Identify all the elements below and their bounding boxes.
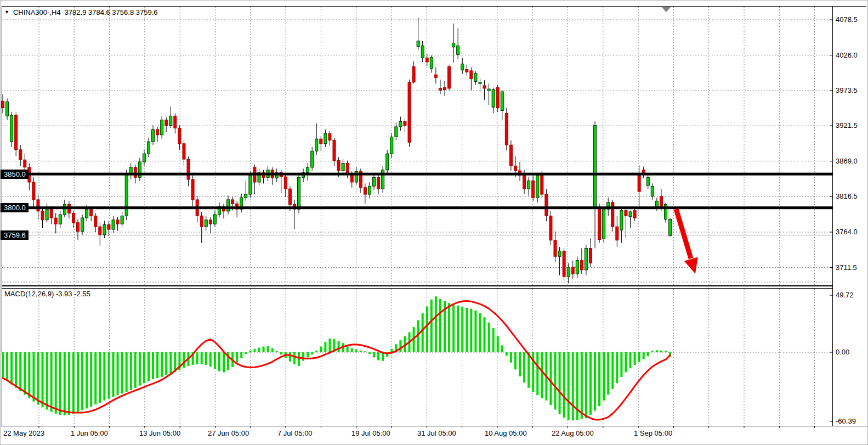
candle-body xyxy=(46,209,48,220)
candle-body xyxy=(320,139,322,144)
candle-body xyxy=(205,220,207,227)
candle-body xyxy=(134,167,137,177)
candle-body xyxy=(86,209,88,218)
candle-body xyxy=(90,209,93,216)
candle-body xyxy=(231,200,234,204)
candle-body xyxy=(77,223,80,232)
candle-body xyxy=(558,251,561,256)
pane-splitter[interactable] xyxy=(2,285,832,286)
candle-body xyxy=(24,160,26,167)
chart-canvas[interactable] xyxy=(1,1,868,445)
candle-body xyxy=(395,127,398,137)
candle-body xyxy=(457,46,459,54)
candle-body xyxy=(373,177,376,186)
candle-body xyxy=(466,69,468,72)
candle-body xyxy=(112,220,115,229)
trend-arrow-shaft[interactable] xyxy=(676,209,691,258)
candle-body xyxy=(452,43,455,47)
candle-body xyxy=(638,176,640,192)
candle-body xyxy=(165,120,168,126)
chart-top-border xyxy=(2,6,866,7)
candle-body xyxy=(116,220,119,224)
trend-arrow-head[interactable] xyxy=(684,257,698,274)
candle-body xyxy=(342,163,344,171)
candle-body xyxy=(37,200,39,211)
candle-body xyxy=(483,86,486,88)
candle-body xyxy=(408,82,411,143)
candle-body xyxy=(183,144,185,159)
candle-body xyxy=(121,216,123,224)
candle-body xyxy=(434,75,437,77)
candle-body xyxy=(603,209,605,239)
candle-body xyxy=(598,209,601,240)
candle-body xyxy=(200,216,203,227)
candle-body xyxy=(6,102,9,116)
candle-body xyxy=(152,129,155,142)
candle-body xyxy=(288,189,291,204)
candle-body xyxy=(567,267,570,277)
candle-body xyxy=(576,261,578,274)
candle-body xyxy=(589,249,592,263)
candle-body xyxy=(72,213,75,223)
candle-body xyxy=(298,177,300,209)
candle-body xyxy=(377,177,380,189)
candle-body xyxy=(426,58,428,62)
candle-body xyxy=(161,120,163,135)
candle-body xyxy=(536,176,539,198)
candle-body xyxy=(527,181,530,189)
candle-body xyxy=(337,161,340,171)
symbol-dropdown-icon[interactable]: ▼ xyxy=(4,9,9,16)
support-resistance-line[interactable] xyxy=(2,206,832,209)
candle-body xyxy=(15,115,18,150)
candle-body xyxy=(430,57,433,69)
candle-body xyxy=(399,121,402,127)
candle-body xyxy=(487,89,490,90)
candle-body xyxy=(545,194,548,216)
candle-body xyxy=(209,220,212,224)
trading-chart-window: ▼ CHINA300-,H4 3782.9 3784.6 3756.8 3759… xyxy=(0,0,868,445)
candle-body xyxy=(625,211,627,216)
candle-body xyxy=(178,128,181,143)
candle-body xyxy=(169,116,172,125)
candle-body xyxy=(594,126,597,208)
time-axis-border[interactable] xyxy=(1,426,868,426)
candle-body xyxy=(346,163,349,174)
candle-body xyxy=(284,177,287,189)
candle-body xyxy=(633,211,636,218)
candle-body xyxy=(629,212,632,217)
chart-title: ▼ CHINA300-,H4 3782.9 3784.6 3756.8 3759… xyxy=(4,8,158,16)
candle-body xyxy=(103,224,106,234)
candle-body xyxy=(99,227,101,235)
candle-body xyxy=(439,88,441,91)
candle-body xyxy=(187,159,190,179)
candle-body xyxy=(307,167,309,173)
candle-body xyxy=(417,41,419,47)
candle-body xyxy=(571,267,574,274)
bar-position-marker-icon[interactable] xyxy=(662,7,671,12)
candle-body xyxy=(10,115,13,142)
candle-body xyxy=(448,67,451,88)
candle-body xyxy=(94,216,97,227)
candle-body xyxy=(496,88,499,108)
macd-indicator-label: MACD(12,26,9) -3.93 -2.55 xyxy=(4,290,90,298)
price-axis-border[interactable] xyxy=(832,6,833,426)
candle-body xyxy=(404,121,406,125)
candle-body xyxy=(646,177,649,185)
candle-body xyxy=(461,64,464,70)
candle-body xyxy=(315,139,318,151)
candle-body xyxy=(509,145,512,166)
candle-body xyxy=(328,133,331,140)
candle-body xyxy=(107,224,110,229)
candle-body xyxy=(50,209,53,218)
symbol-timeframe-label: CHINA300-,H4 xyxy=(13,8,61,16)
candle-body xyxy=(333,140,336,161)
candle-body xyxy=(324,133,327,143)
candle-body xyxy=(660,196,662,208)
candle-body xyxy=(444,88,446,90)
candle-body xyxy=(63,205,66,215)
candle-body xyxy=(549,216,552,240)
candle-body xyxy=(563,251,565,277)
candle-body xyxy=(156,129,159,135)
support-resistance-line[interactable] xyxy=(2,173,832,176)
candle-body xyxy=(616,227,619,240)
